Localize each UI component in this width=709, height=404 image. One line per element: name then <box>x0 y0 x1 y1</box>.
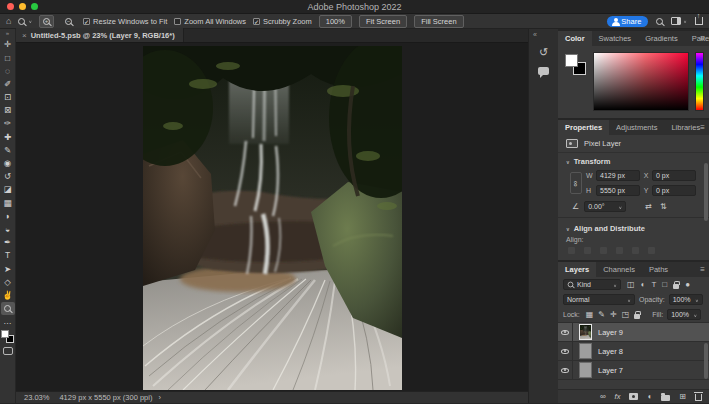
tab-layers[interactable]: Layers <box>558 262 596 277</box>
foreground-color-swatch[interactable] <box>1 330 9 338</box>
lock-position-icon[interactable]: ✛ <box>610 310 617 319</box>
canvas-image[interactable] <box>143 46 402 390</box>
blur-tool[interactable]: ◗ <box>1 209 15 222</box>
rotation-angle-dropdown[interactable]: 0.00° ∨ <box>584 201 626 212</box>
hue-slider[interactable] <box>695 52 704 111</box>
tab-swatches[interactable]: Swatches <box>592 31 639 46</box>
checkbox-box[interactable]: ✓ <box>83 18 90 25</box>
layer-row-layer-7[interactable]: Layer 7 <box>558 361 709 380</box>
new-layer-icon[interactable]: ⊞ <box>679 392 686 401</box>
zoom-out-button[interactable]: − <box>61 15 76 28</box>
layer-name[interactable]: Layer 7 <box>598 366 623 375</box>
layer-row-layer-9[interactable]: Layer 9 <box>558 323 709 342</box>
align-section-header[interactable]: ∨ Align and Distribute <box>558 220 709 235</box>
panel-menu-icon[interactable]: ≡ <box>700 265 705 274</box>
status-chevron-icon[interactable]: › <box>158 393 161 402</box>
tab-color[interactable]: Color <box>558 31 592 46</box>
fill-screen-button[interactable]: Fill Screen <box>414 15 463 28</box>
lock-pixels-icon[interactable]: ✎ <box>598 310 605 319</box>
lock-artboard-icon[interactable]: ◳ <box>622 310 630 319</box>
shape-tool[interactable]: ◇ <box>1 275 15 288</box>
y-field[interactable]: 0 px <box>652 185 696 196</box>
close-icon[interactable]: × <box>22 31 27 40</box>
frame-tool[interactable]: ⊠ <box>1 104 15 117</box>
new-group-icon[interactable] <box>661 395 670 401</box>
align-buttons[interactable] <box>558 244 709 256</box>
zoom-all-windows-checkbox[interactable]: Zoom All Windows <box>174 17 246 26</box>
type-tool[interactable]: T <box>1 249 15 262</box>
foreground-background-swatches[interactable] <box>1 330 14 343</box>
layer-thumbnail[interactable] <box>579 362 592 378</box>
zoom-in-button[interactable]: + <box>39 15 54 28</box>
dock-collapse-icon[interactable]: « <box>533 31 537 38</box>
marquee-tool[interactable]: □ <box>1 51 15 64</box>
layer-filter-kind-dropdown[interactable]: Kind ∨ <box>563 279 621 290</box>
tab-properties[interactable]: Properties <box>558 120 609 135</box>
share-button[interactable]: Share <box>607 16 648 27</box>
clone-stamp-tool[interactable]: ◉ <box>1 157 15 170</box>
flip-vertical-icon[interactable]: ⇅ <box>660 202 667 211</box>
add-mask-icon[interactable] <box>629 393 638 400</box>
checkbox-box[interactable] <box>174 18 181 25</box>
pen-tool[interactable]: ✒ <box>1 236 15 249</box>
checkbox-box[interactable]: ✓ <box>253 18 260 25</box>
scrubby-zoom-checkbox[interactable]: ✓ Scrubby Zoom <box>253 17 312 26</box>
document-tab[interactable]: × Untitled-5.psb @ 23% (Layer 9, RGB/16*… <box>16 28 184 42</box>
tab-adjustments[interactable]: Adjustments <box>609 120 664 135</box>
layer-row-layer-8[interactable]: Layer 8 <box>558 342 709 361</box>
lasso-tool[interactable]: ◌ <box>1 64 15 77</box>
visibility-toggle[interactable] <box>558 361 573 379</box>
link-dimensions-icon[interactable]: ∞ <box>570 172 582 194</box>
saturation-brightness-field[interactable] <box>593 52 689 111</box>
history-panel-icon[interactable]: ↺ <box>539 46 548 59</box>
path-select-tool[interactable]: ➤ <box>1 262 15 275</box>
tab-channels[interactable]: Channels <box>596 262 642 277</box>
layer-effects-icon[interactable]: fx <box>615 392 621 401</box>
export-share-icon[interactable] <box>695 17 703 25</box>
fill-dropdown[interactable]: 100% ∨ <box>667 309 701 320</box>
tab-paths[interactable]: Paths <box>642 262 675 277</box>
comments-panel-icon[interactable] <box>538 67 549 75</box>
zoom-tool-active[interactable] <box>1 302 15 315</box>
layer-thumbnail[interactable] <box>579 324 592 340</box>
flip-horizontal-icon[interactable]: ⇄ <box>645 202 652 211</box>
width-field[interactable]: 4129 px <box>596 170 640 181</box>
lock-transparency-icon[interactable]: ▦ <box>586 310 594 319</box>
tab-patterns[interactable]: Patterns <box>685 31 709 46</box>
lock-all-icon[interactable] <box>634 314 640 319</box>
layer-name[interactable]: Layer 8 <box>598 347 623 356</box>
eraser-tool[interactable]: ◪ <box>1 183 15 196</box>
filter-toggle-icon[interactable]: ● <box>685 280 690 289</box>
transform-section-header[interactable]: ∨ Transform <box>558 153 709 168</box>
filter-adjustment-icon[interactable]: ◐ <box>641 280 646 289</box>
visibility-toggle[interactable] <box>558 342 573 360</box>
filter-type-icon[interactable]: T <box>651 280 656 289</box>
healing-brush-tool[interactable]: ✚ <box>1 130 15 143</box>
visibility-toggle[interactable] <box>558 323 573 341</box>
height-field[interactable]: 5550 px <box>596 185 640 196</box>
zoom-percentage[interactable]: 23.03% <box>24 393 49 402</box>
filter-shape-icon[interactable]: □ <box>662 280 667 289</box>
layer-thumbnail[interactable] <box>579 343 592 359</box>
delete-layer-icon[interactable] <box>695 394 702 401</box>
dodge-tool[interactable]: ◒ <box>1 223 15 236</box>
hand-tool[interactable]: ✌ <box>1 289 15 302</box>
quick-selection-tool[interactable]: ✐ <box>1 78 15 91</box>
adjustment-layer-icon[interactable]: ◐ <box>647 392 652 401</box>
more-tools-ellipsis[interactable]: … <box>1 315 15 328</box>
zoom-100-button[interactable]: 100% <box>319 15 352 28</box>
panel-menu-icon[interactable]: ≡ <box>700 34 705 43</box>
home-icon[interactable]: ⌂ <box>6 17 11 26</box>
history-brush-tool[interactable]: ↺ <box>1 170 15 183</box>
brush-tool[interactable]: ✎ <box>1 144 15 157</box>
zoom-tool-preset[interactable]: ∨ <box>18 18 32 25</box>
foreground-color-swatch[interactable] <box>565 54 578 67</box>
gradient-tool[interactable]: ▦ <box>1 196 15 209</box>
resize-windows-to-fit-checkbox[interactable]: ✓ Resize Windows to Fit <box>83 17 167 26</box>
filter-smart-object-icon[interactable] <box>673 284 679 289</box>
x-field[interactable]: 0 px <box>652 170 696 181</box>
link-layers-icon[interactable]: ∞ <box>600 392 606 401</box>
tab-gradients[interactable]: Gradients <box>638 31 685 46</box>
opacity-dropdown[interactable]: 100% ∨ <box>669 294 703 305</box>
panel-menu-icon[interactable]: ≡ <box>700 123 705 132</box>
